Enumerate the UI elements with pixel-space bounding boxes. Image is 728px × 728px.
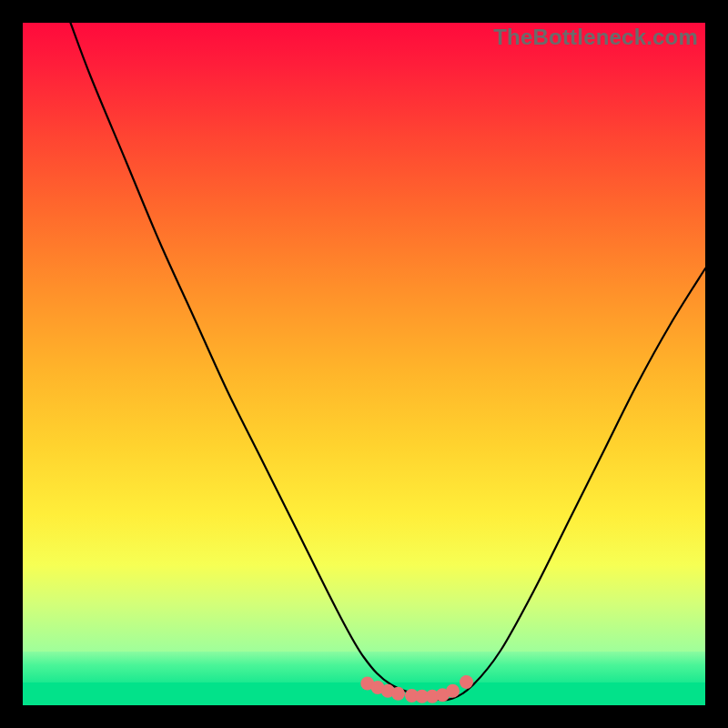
bottleneck-curve [23, 23, 705, 705]
highlight-dot [446, 684, 460, 698]
highlight-dot [460, 675, 473, 689]
chart-frame: TheBottleneck.com [0, 0, 728, 728]
highlight-dot [391, 687, 405, 701]
watermark-text: TheBottleneck.com [493, 25, 698, 50]
plot-area: TheBottleneck.com [23, 23, 705, 705]
